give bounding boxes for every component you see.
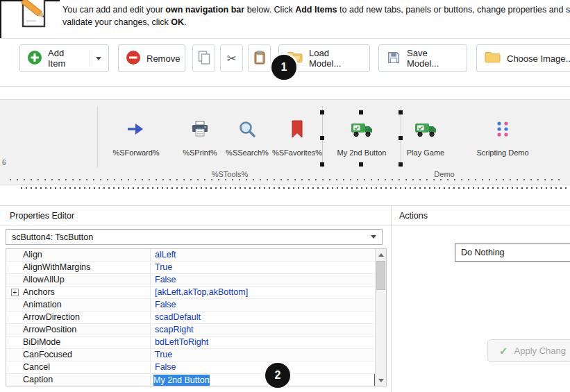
object-selector-value: scButton4: TscButton <box>12 232 93 242</box>
property-row[interactable]: Animation False <box>6 299 375 312</box>
property-value-editing[interactable]: My 2nd Button <box>150 374 375 386</box>
navbar-item-scripting-demo[interactable]: Scripting Demo <box>471 117 534 157</box>
chevron-down-icon[interactable] <box>371 235 376 239</box>
object-selector-combobox[interactable]: scButton4: TscButton <box>6 229 383 245</box>
selection-handle[interactable] <box>359 110 363 114</box>
property-name: Caption <box>6 374 150 386</box>
property-value[interactable]: True <box>150 349 375 361</box>
remove-label: Remove <box>146 53 180 64</box>
choose-image-label: Choose Image... <box>507 53 570 64</box>
property-row[interactable]: +Anchors [akLeft,akTop,akBottom] <box>6 287 375 299</box>
arrow-up-icon <box>378 253 384 257</box>
add-icon <box>27 50 42 67</box>
property-value[interactable]: bdLeftToRight <box>150 336 375 348</box>
copy-icon <box>196 49 212 68</box>
group-separator <box>97 106 98 167</box>
property-value[interactable]: False <box>150 274 375 286</box>
folder-icon <box>484 50 501 67</box>
property-grid-scrollbar[interactable] <box>375 249 386 386</box>
arrow-down-icon <box>378 379 384 382</box>
selection-handle[interactable] <box>320 110 324 114</box>
group-label-stools: %STools% <box>188 170 271 178</box>
scroll-up-button[interactable] <box>376 249 386 260</box>
header-text-segment: below. Click <box>244 5 295 15</box>
navbar-item-my-2nd-button[interactable]: My 2nd Button <box>330 117 393 157</box>
favorites-bookmark-icon <box>266 117 328 142</box>
paste-button[interactable] <box>248 44 271 72</box>
scroll-down-button[interactable] <box>376 375 386 386</box>
property-value[interactable]: [akLeft,akTop,akBottom] <box>150 287 375 298</box>
save-model-label: Save Model... <box>407 48 460 69</box>
load-model-label: Load Model... <box>309 48 362 69</box>
property-value[interactable]: True <box>150 262 375 273</box>
copy-button[interactable] <box>192 44 215 72</box>
left-edge-text: 6 <box>2 159 6 167</box>
selection-handle[interactable] <box>320 136 324 140</box>
property-row[interactable]: AllowAllUp False <box>6 274 375 287</box>
add-item-button[interactable]: Add Item <box>19 44 109 72</box>
navbar-item-forward[interactable]: %SForward% <box>105 117 167 157</box>
annotation-step-2: 2 <box>265 363 290 388</box>
panels-vertical-divider <box>391 206 392 392</box>
property-row[interactable]: ArrowPosition scapRight <box>6 324 375 336</box>
apply-changes-label: Apply Chang <box>514 346 566 356</box>
navbar-preview-panel[interactable]: %SForward% %SPrint% %SSearch% %SFavorite… <box>0 99 570 185</box>
caption-edit-input[interactable]: My 2nd Button <box>150 374 375 386</box>
edit-page-icon <box>17 0 53 33</box>
header-text-segment: You can add and edit your <box>62 5 165 15</box>
property-name: BiDiMode <box>6 336 150 348</box>
scissors-icon: ✂ <box>226 51 236 66</box>
colored-dots-icon <box>471 117 534 142</box>
selection-handle[interactable] <box>399 110 403 114</box>
header-instructions: You can add and edit your own navigation… <box>62 3 570 28</box>
scrollbar-thumb[interactable] <box>376 261 385 290</box>
property-value[interactable]: scapRight <box>150 324 375 336</box>
selection-handle[interactable] <box>359 162 363 167</box>
selection-marquee-line <box>10 179 565 180</box>
chevron-down-icon[interactable] <box>96 57 101 60</box>
property-row-caption[interactable]: Caption My 2nd Button <box>6 374 375 386</box>
navbar-item-label: %SForward% <box>105 148 167 157</box>
navbar-item-play-game[interactable]: Play Game <box>394 117 457 157</box>
property-value[interactable]: alLeft <box>150 249 375 261</box>
property-row[interactable]: BiDiMode bdLeftToRight <box>6 336 375 349</box>
property-rows: Align alLeft AlignWithMargins True Allow… <box>6 249 375 386</box>
property-name: Align <box>6 249 150 261</box>
property-row[interactable]: CanFocused True <box>6 349 375 361</box>
expand-icon[interactable]: + <box>11 289 19 296</box>
property-value[interactable]: scadDefault <box>150 312 375 323</box>
action-select-value: Do Nothing <box>461 248 505 257</box>
navbar-item-favorites[interactable]: %SFavorites% <box>266 117 328 157</box>
header-bold-segment: own navigation bar <box>165 5 244 15</box>
cut-button[interactable]: ✂ <box>220 44 243 72</box>
apply-changes-button[interactable]: ✓ Apply Chang <box>487 339 570 362</box>
property-name: Animation <box>6 299 150 311</box>
property-name-text: Anchors <box>23 287 55 297</box>
header-separator <box>0 38 570 39</box>
selection-handle[interactable] <box>399 136 403 140</box>
selected-text: My 2nd Button <box>153 375 210 386</box>
property-value[interactable]: False <box>150 299 375 311</box>
property-row[interactable]: Cancel False <box>6 361 375 374</box>
delivery-truck-icon <box>394 117 457 142</box>
property-name: CanFocused <box>6 349 150 361</box>
save-model-button[interactable]: Save Model... <box>378 44 467 72</box>
property-name: ArrowDirection <box>6 312 150 323</box>
selection-handle[interactable] <box>399 162 403 167</box>
property-row[interactable]: ArrowDirection scadDefault <box>6 312 375 324</box>
remove-button[interactable]: Remove <box>118 44 185 72</box>
choose-image-button[interactable]: Choose Image... <box>476 44 570 72</box>
forward-arrow-icon <box>105 117 167 142</box>
property-row[interactable]: AlignWithMargins True <box>6 262 375 274</box>
action-select[interactable]: Do Nothing <box>455 244 570 262</box>
header-bold-segment: OK <box>171 17 184 27</box>
add-item-label: Add Item <box>48 48 83 69</box>
navbar-item-label: My 2nd Button <box>330 148 393 157</box>
navbar-item-label: Scripting Demo <box>471 148 534 157</box>
remove-icon <box>126 50 141 67</box>
delivery-truck-icon <box>330 117 393 142</box>
selection-handle[interactable] <box>320 162 324 167</box>
group-label-demo: Demo <box>403 170 486 178</box>
property-value[interactable]: False <box>150 361 375 373</box>
property-row[interactable]: Align alLeft <box>6 249 375 262</box>
